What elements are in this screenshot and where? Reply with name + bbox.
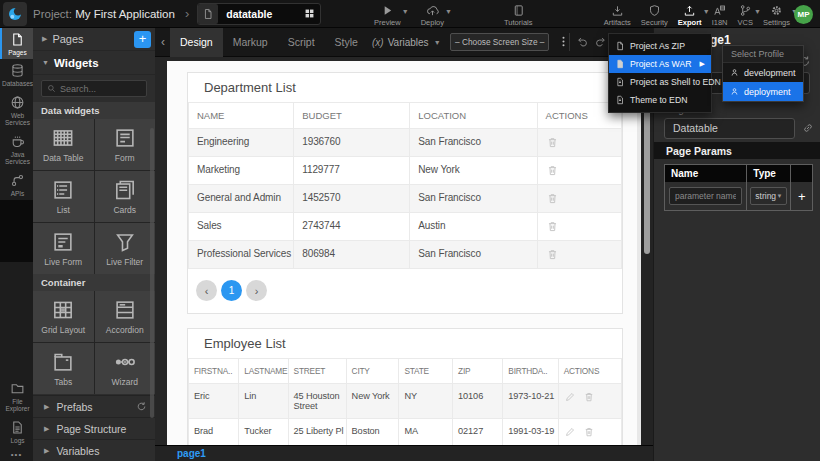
widget-tile-list[interactable]: List <box>33 171 94 222</box>
export-menu-item-theme-to-edn[interactable]: Theme to EDN <box>609 91 711 109</box>
department-list-panel[interactable]: Department List NAMEBUDGETLOCATIONACTION… <box>187 72 623 314</box>
profile-menu-item-development[interactable]: development <box>723 63 803 82</box>
emp-row[interactable]: EricLin45 Houston StreetNew YorkNY101061… <box>189 384 622 419</box>
param-type-select[interactable]: string▼ <box>750 187 787 205</box>
tab-script[interactable]: Script <box>278 28 325 57</box>
redo-button[interactable] <box>594 35 607 48</box>
project-breadcrumb[interactable]: Project: My First Application <box>33 8 175 20</box>
emp-col-header[interactable]: STREET <box>288 359 346 384</box>
rail-more-icon[interactable]: ••• <box>0 447 33 459</box>
sidebar-section-widgets[interactable]: ▼ Widgets <box>33 51 155 75</box>
pagination-next-button[interactable]: › <box>246 280 267 301</box>
dept-row[interactable]: Sales2743744Austin <box>189 213 622 241</box>
add-param-button[interactable]: + <box>791 182 812 210</box>
tab-style[interactable]: Style <box>325 28 368 57</box>
sidebar-section-pages[interactable]: ▶ Pages + <box>33 28 155 51</box>
link-icon[interactable] <box>802 122 814 134</box>
widget-tile-cards[interactable]: Cards <box>95 171 156 222</box>
department-table[interactable]: NAMEBUDGETLOCATIONACTIONS Engineering193… <box>188 102 622 269</box>
rail-item-logs[interactable]: Logs <box>0 416 33 447</box>
delete-row-icon[interactable] <box>583 426 595 438</box>
sidebar-scrollbar[interactable] <box>150 128 154 418</box>
rail-item-pages[interactable]: Pages <box>0 28 33 59</box>
topbar-item-artifacts[interactable]: Artifacts <box>604 3 631 27</box>
refresh-icon[interactable] <box>136 401 147 412</box>
rail-item-file-explorer[interactable]: File Explorer <box>0 377 33 416</box>
rail-item-apis[interactable]: APIs <box>0 169 33 200</box>
employee-list-panel[interactable]: Employee List FIRSTNA..LASTNAMESTREETCIT… <box>187 328 623 445</box>
edit-row-icon[interactable] <box>564 391 576 403</box>
topbar-item-settings[interactable]: Settings▼ <box>763 3 790 27</box>
status-page-tab[interactable]: page1 <box>177 448 206 459</box>
widget-tile-grid-layout[interactable]: Grid Layout <box>33 291 94 342</box>
emp-col-header[interactable]: ACTIONS <box>558 359 621 384</box>
dept-row[interactable]: Professional Services806984San Francisco <box>189 241 622 269</box>
tab-design[interactable]: Design <box>170 28 223 57</box>
rail-item-databases[interactable]: Databases <box>0 59 33 90</box>
delete-row-icon[interactable] <box>583 391 595 403</box>
emp-col-header[interactable]: BIRTHDA.. <box>503 359 558 384</box>
delete-row-icon[interactable] <box>546 192 617 205</box>
topbar-item-tutorials[interactable]: Tutorials <box>504 3 532 27</box>
export-menu-item-project-as-zip[interactable]: Project As ZIP <box>609 37 711 55</box>
sidebar-section-variables[interactable]: ▶Variables <box>33 439 155 461</box>
sidebar-section-prefabs[interactable]: ▶Prefabs <box>33 395 155 417</box>
widget-tile-live-filter[interactable]: Live Filter <box>95 223 156 274</box>
emp-row[interactable]: BradTucker25 Liberty PlBostonMA021271991… <box>189 419 622 446</box>
employee-table[interactable]: FIRSTNA..LASTNAMESTREETCITYSTATEZIPBIRTH… <box>188 358 622 445</box>
undo-button[interactable] <box>576 35 589 48</box>
widget-tile-live-form[interactable]: Live Form <box>33 223 94 274</box>
param-name-input[interactable] <box>669 187 742 205</box>
canvas-scrollbar[interactable] <box>641 58 653 445</box>
rail-item-java-services[interactable]: Java Services <box>0 130 33 169</box>
page-title-input[interactable] <box>664 118 795 139</box>
pages-grid-icon[interactable] <box>304 8 315 19</box>
widget-search-input[interactable] <box>60 84 141 94</box>
sidebar-section-page-structure[interactable]: ▶Page Structure <box>33 417 155 439</box>
export-menu-item-project-as-war[interactable]: Project As WAR▶ <box>609 55 711 73</box>
dept-col-header[interactable]: NAME <box>189 103 294 129</box>
topbar-item-export[interactable]: Export▼ <box>678 3 702 27</box>
dept-row[interactable]: Marketing1129777New York <box>189 157 622 185</box>
variables-dropdown[interactable]: (x)Variables▼ <box>372 28 441 57</box>
pagination-page-1[interactable]: 1 <box>221 280 242 301</box>
delete-row-icon[interactable] <box>546 164 617 177</box>
topbar-item-vcs[interactable]: VCS▼ <box>737 3 752 27</box>
widget-tile-tabs[interactable]: Tabs <box>33 343 94 394</box>
delete-row-icon[interactable] <box>546 220 617 233</box>
delete-row-icon[interactable] <box>546 136 617 149</box>
rail-item-web-services[interactable]: Web Services <box>0 91 33 130</box>
edit-row-icon[interactable] <box>564 426 576 438</box>
widget-search[interactable] <box>41 80 147 97</box>
topbar-item-deploy[interactable]: Deploy▼ <box>421 3 444 27</box>
dept-row[interactable]: General and Admin1452570San Francisco <box>189 185 622 213</box>
export-menu-item-project-as-shell-to-edn[interactable]: Project as Shell to EDN <box>609 73 711 91</box>
pagination-prev-button[interactable]: ‹ <box>196 280 217 301</box>
screen-size-select[interactable]: – Choose Screen Size –▼ <box>450 33 549 51</box>
emp-col-header[interactable]: ZIP <box>453 359 503 384</box>
widget-tile-wizard[interactable]: Wizard <box>95 343 156 394</box>
collapse-sidebar-icon[interactable]: ‹ <box>161 35 165 49</box>
avatar[interactable]: MP <box>794 5 813 24</box>
logs-icon <box>10 420 25 435</box>
topbar-item-security[interactable]: Security <box>641 3 668 27</box>
topbar-item-preview[interactable]: Preview▼ <box>374 3 401 27</box>
delete-row-icon[interactable] <box>546 248 617 261</box>
current-page-selector[interactable]: datatable <box>197 3 321 25</box>
profile-menu-item-deployment[interactable]: deployment <box>723 82 803 101</box>
design-canvas[interactable]: Department List NAMEBUDGETLOCATIONACTION… <box>167 61 637 445</box>
emp-col-header[interactable]: LASTNAME <box>239 359 288 384</box>
emp-col-header[interactable]: STATE <box>399 359 453 384</box>
tab-markup[interactable]: Markup <box>223 28 278 57</box>
widget-tile-accordion[interactable]: Accordion <box>95 291 156 342</box>
app-logo[interactable] <box>3 2 27 26</box>
widget-tile-data-table[interactable]: Data Table <box>33 119 94 170</box>
dept-row[interactable]: Engineering1936760San Francisco <box>189 129 622 157</box>
dept-col-header[interactable]: BUDGET <box>294 103 410 129</box>
widget-tile-form[interactable]: Form <box>95 119 156 170</box>
topbar-item-i18n[interactable]: I18N <box>712 3 728 27</box>
emp-col-header[interactable]: FIRSTNA.. <box>189 359 239 384</box>
add-page-button[interactable]: + <box>134 31 151 48</box>
dept-col-header[interactable]: LOCATION <box>410 103 537 129</box>
emp-col-header[interactable]: CITY <box>346 359 399 384</box>
